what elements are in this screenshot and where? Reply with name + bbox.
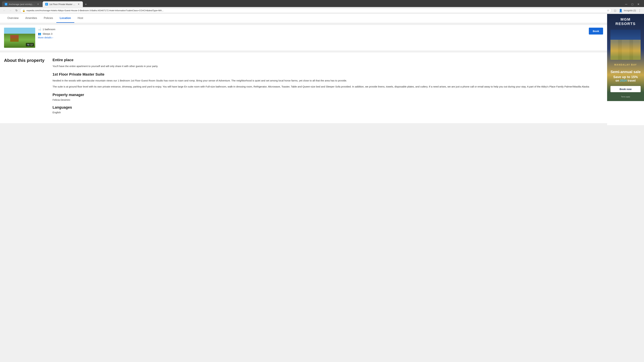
nav-tab-host[interactable]: Host — [74, 14, 86, 23]
reload-button[interactable]: ↻ — [14, 8, 19, 13]
property-image: 📷 12 — [4, 28, 35, 48]
address-bar: ← → ↻ 🔒 expedia.com/Anchorage-Hotels-Abb… — [0, 7, 644, 14]
nav-tab-location[interactable]: Location — [56, 14, 74, 23]
book-button[interactable]: Book — [589, 28, 603, 34]
entire-place-text: You'll have the entire apartment to your… — [52, 64, 603, 68]
promo-travel-text: travel — [628, 79, 636, 82]
bath-icon: 🛁 — [38, 28, 41, 31]
nav-tab-amenities[interactable]: Amenities — [22, 14, 40, 23]
tab-master-suite[interactable]: Z 1st Floor Private Master Suite ✕ — [42, 1, 83, 7]
url-text: expedia.com/Anchorage-Hotels-Abbys-Guest… — [26, 9, 606, 12]
more-details-text: More details — [38, 36, 52, 39]
nav-tab-overview[interactable]: Overview — [4, 14, 22, 23]
menu-button[interactable]: ⋮ — [637, 8, 642, 13]
browser-chrome: Z Anchorage (and vicinity), Alask... ✕ Z… — [0, 0, 644, 14]
more-details-link[interactable]: More details › — [38, 36, 586, 39]
languages-value: English — [52, 111, 603, 114]
promo-on-text: on — [616, 79, 619, 82]
book-now-button[interactable]: Book now — [610, 86, 641, 92]
person-icon: 👥 — [38, 32, 41, 35]
tab-close-2[interactable]: ✕ — [77, 3, 80, 6]
nav-tab-policies[interactable]: Policies — [40, 14, 56, 23]
bookmark-icon[interactable]: ☆ — [607, 9, 609, 12]
back-button[interactable]: ← — [2, 8, 7, 13]
promo-discount: Save up to 15% — [610, 75, 641, 79]
mgm-brand: MGM RESORTS — [610, 17, 641, 26]
ad-promo-text: Semi-annual sale Save up to 15% on 2024 … — [610, 70, 641, 82]
title-bar: Z Anchorage (and vicinity), Alask... ✕ Z… — [0, 0, 644, 7]
about-title: About this property — [4, 58, 44, 118]
page-wrapper: Overview Amenities Policies Location Hos… — [0, 14, 644, 125]
sidebar-button[interactable]: ▢ — [613, 8, 618, 13]
ad-sidebar: MGM RESORTS MANDALAY BAY S — [607, 14, 644, 125]
suite-section: 1st Floor Private Master Suite Nestled i… — [52, 72, 603, 89]
sleeps-meta: 👥 Sleeps 3 — [38, 32, 586, 35]
bathroom-meta: 🛁 1 bathroom — [38, 28, 586, 31]
main-content: Overview Amenities Policies Location Hos… — [0, 14, 607, 125]
tabs-bar: Z Anchorage (and vicinity), Alask... ✕ Z… — [2, 1, 88, 7]
about-section: About this property Entire place You'll … — [0, 52, 607, 123]
forward-button[interactable]: → — [8, 8, 13, 13]
window-controls: ─ ▢ ✕ — [624, 2, 641, 6]
sleeps-label: Sleeps 3 — [42, 32, 52, 35]
profile-area: 👤 Incognito (2) — [619, 9, 636, 12]
chevron-right-icon: › — [52, 36, 53, 39]
promo-title: Semi-annual sale — [610, 70, 641, 74]
incognito-badge: Incognito (2) — [624, 9, 636, 12]
mgm-logo: MGM RESORTS — [610, 17, 641, 26]
property-manager-heading: Property manager — [52, 93, 603, 97]
about-content: Entire place You'll have the entire apar… — [52, 58, 603, 118]
property-meta: 🛁 1 bathroom 👥 Sleeps 3 — [38, 28, 586, 35]
property-manager-name: Felicia Desimini — [52, 98, 603, 101]
reload-icon: ↻ — [16, 9, 18, 12]
tab-close-1[interactable]: ✕ — [36, 3, 40, 6]
profile-icon: 👤 — [619, 9, 622, 12]
forward-icon: → — [9, 9, 12, 12]
new-tab-button[interactable]: + — [83, 2, 88, 7]
property-manager-section: Property manager Felicia Desimini — [52, 93, 603, 101]
photo-count-badge: 📷 12 — [26, 43, 34, 46]
entire-place-heading: Entire place — [52, 58, 603, 62]
url-bar[interactable]: 🔒 expedia.com/Anchorage-Hotels-Abbys-Gue… — [20, 8, 612, 13]
promo-line2: on 2024 travel — [610, 79, 641, 82]
ad-image: MGM RESORTS MANDALAY BAY S — [607, 14, 644, 101]
suite-heading: 1st Floor Private Master Suite — [52, 72, 603, 77]
languages-section: Languages English — [52, 105, 603, 114]
minimize-button[interactable]: ─ — [624, 2, 628, 6]
promo-discount-text: Save up to 15% — [613, 75, 638, 79]
tab-label-2: 1st Floor Private Master Suite — [49, 3, 76, 5]
tab-favicon-1: Z — [5, 3, 8, 5]
property-card: 📷 12 🛁 1 bathroom 👥 Sleeps 3 More d — [0, 25, 607, 50]
back-icon: ← — [3, 9, 6, 12]
languages-heading: Languages — [52, 105, 603, 110]
lock-icon: 🔒 — [22, 9, 25, 12]
mandalay-bay-label: MANDALAY BAY — [614, 63, 637, 66]
suite-para2: The suite is at ground floor level with … — [52, 85, 603, 89]
tab-favicon-2: Z — [45, 3, 48, 5]
property-info: 🛁 1 bathroom 👥 Sleeps 3 More details › — [38, 28, 586, 39]
bathroom-label: 1 bathroom — [42, 28, 55, 31]
close-button[interactable]: ✕ — [636, 2, 641, 6]
photo-count: 12 — [30, 43, 33, 46]
entire-place-section: Entire place You'll have the entire apar… — [52, 58, 603, 68]
suite-para1: Nestled in the woods with spectacular mo… — [52, 79, 603, 83]
ad-building-image — [610, 30, 641, 60]
maximize-button[interactable]: ▢ — [630, 2, 634, 6]
promo-year-val: 2024 — [620, 79, 627, 82]
camera-icon: 📷 — [27, 43, 30, 46]
tab-label-1: Anchorage (and vicinity), Alask... — [9, 3, 35, 5]
terms-text: Terms apply — [621, 96, 630, 98]
tab-anchorage[interactable]: Z Anchorage (and vicinity), Alask... ✕ — [2, 1, 42, 7]
nav-tabs: Overview Amenities Policies Location Hos… — [0, 14, 607, 23]
